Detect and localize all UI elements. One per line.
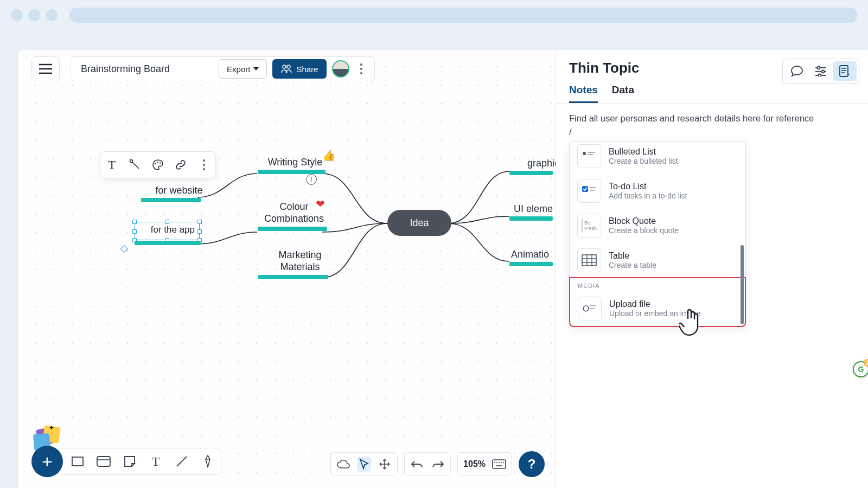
center-node-label: Idea xyxy=(410,217,429,229)
undo-icon[interactable] xyxy=(410,460,424,468)
note-text: Find all user personas and research deta… xyxy=(569,113,855,124)
menu-item-upload-file[interactable]: Upload file Upload or embed an image xyxy=(570,291,745,326)
menu-item-block-quote[interactable]: BeFresh Block Quote Create a block quote xyxy=(570,208,745,243)
grammarly-badge[interactable]: G xyxy=(853,361,868,377)
node-marketing-line1[interactable]: Marketing xyxy=(278,249,321,261)
mindmap-center-node[interactable]: Idea xyxy=(387,210,451,236)
zoom-group: 105% xyxy=(457,452,512,476)
svg-rect-31 xyxy=(582,186,588,192)
menu-item-bulleted-list[interactable]: Bulleted List Create a bulleted list xyxy=(570,142,745,174)
slash-command-menu: Bulleted List Create a bulleted list To-… xyxy=(569,142,746,327)
shape-tray: T xyxy=(58,448,221,475)
menu-item-title: To-do List xyxy=(609,182,687,191)
sticky-note-tool-icon[interactable] xyxy=(122,454,137,469)
panel-view-toggle xyxy=(782,59,859,84)
node-colour-line1[interactable]: Colour xyxy=(279,201,308,213)
node-for-app-label[interactable]: for the app xyxy=(139,224,195,235)
svg-rect-7 xyxy=(97,457,110,466)
node-underline xyxy=(258,170,326,174)
cursor-mode-group xyxy=(330,452,398,476)
node-marketing-line2[interactable]: Materials xyxy=(280,261,320,273)
canvas[interactable]: Brainstorming Board Export Share T xyxy=(18,50,868,488)
zoom-level[interactable]: 105% xyxy=(463,459,486,469)
node-colour-line2[interactable]: Combinations xyxy=(264,213,324,224)
menu-item-desc: Create a bulleted list xyxy=(609,157,678,165)
block-quote-icon: BeFresh xyxy=(577,214,601,237)
pan-mode-icon[interactable] xyxy=(378,458,392,470)
chrome-dot xyxy=(11,9,23,21)
card-tool-icon[interactable] xyxy=(96,454,111,469)
node-animation[interactable]: Animatio xyxy=(511,249,549,260)
menu-item-todo-list[interactable]: To-do List Add tasks in a to-do list xyxy=(570,174,745,208)
svg-point-21 xyxy=(822,70,825,73)
info-icon[interactable]: i xyxy=(306,174,317,185)
tab-data[interactable]: Data xyxy=(612,84,634,103)
node-underline xyxy=(135,241,201,245)
thumbs-up-icon: 👍 xyxy=(322,149,336,162)
tab-notes[interactable]: Notes xyxy=(569,84,598,103)
help-button[interactable]: ? xyxy=(519,451,545,477)
menu-item-title: Upload file xyxy=(609,299,701,309)
line-tool-icon[interactable] xyxy=(174,454,189,469)
table-icon xyxy=(577,248,601,272)
node-underline xyxy=(258,227,327,231)
notes-view-icon[interactable] xyxy=(833,61,857,81)
svg-point-19 xyxy=(818,67,820,69)
side-panel: Thin Topic Notes Data Find all user pers… xyxy=(556,50,868,488)
svg-point-28 xyxy=(583,152,586,155)
menu-item-desc: Create a block quote xyxy=(609,226,679,235)
menu-item-title: Block Quote xyxy=(609,216,679,226)
settings-view-icon[interactable] xyxy=(809,61,833,81)
node-ui[interactable]: UI eleme xyxy=(514,203,553,215)
bottom-left-toolbar: + T xyxy=(31,446,221,477)
bulleted-list-icon xyxy=(577,144,601,168)
comments-view-icon[interactable] xyxy=(785,61,809,81)
chrome-dot xyxy=(28,9,40,21)
browser-chrome xyxy=(0,0,868,30)
menu-item-desc: Add tasks in a to-do list xyxy=(609,191,687,200)
node-underline xyxy=(509,171,553,175)
node-writing-style[interactable]: Writing Style xyxy=(268,157,323,168)
rectangle-tool-icon[interactable] xyxy=(70,454,85,469)
pen-tool-icon[interactable] xyxy=(200,454,215,469)
menu-item-table[interactable]: Table Create a table xyxy=(570,243,745,278)
menu-item-desc: Create a table xyxy=(609,261,656,269)
chrome-dot xyxy=(46,9,58,21)
undo-redo-group xyxy=(404,452,451,476)
todo-list-icon xyxy=(577,179,601,203)
text-tool-icon[interactable]: T xyxy=(148,454,163,469)
menu-item-title: Table xyxy=(609,251,656,261)
svg-line-9 xyxy=(177,457,187,466)
keyboard-icon[interactable] xyxy=(492,459,506,469)
svg-rect-34 xyxy=(582,255,596,266)
slash-trigger[interactable]: / xyxy=(569,127,855,137)
chrome-url-bar xyxy=(69,8,857,23)
node-for-website[interactable]: for website xyxy=(155,185,202,196)
bottom-right-toolbar: 105% ? xyxy=(330,451,545,477)
svg-rect-6 xyxy=(72,457,83,466)
svg-rect-11 xyxy=(493,460,506,468)
node-underline xyxy=(141,198,201,202)
heart-icon: ❤ xyxy=(316,197,325,210)
svg-point-39 xyxy=(583,305,590,312)
pointer-mode-icon[interactable] xyxy=(357,457,371,472)
slash-menu-scrollbar[interactable] xyxy=(741,245,744,324)
menu-item-desc: Upload or embed an image xyxy=(609,309,701,318)
node-underline xyxy=(258,275,328,279)
menu-item-title: Bulleted List xyxy=(609,147,678,157)
menu-section-media: MEDIA xyxy=(570,278,745,291)
notes-body[interactable]: Find all user personas and research deta… xyxy=(556,104,868,337)
svg-rect-24 xyxy=(840,66,848,76)
svg-point-23 xyxy=(819,74,821,77)
node-for-app-selected[interactable]: for the app xyxy=(135,222,200,240)
redo-icon[interactable] xyxy=(431,460,445,468)
cloud-sync-icon[interactable] xyxy=(336,459,350,470)
node-underline xyxy=(509,262,553,266)
add-button[interactable]: + xyxy=(31,446,63,477)
upload-file-icon xyxy=(578,297,602,320)
node-underline xyxy=(509,216,553,221)
